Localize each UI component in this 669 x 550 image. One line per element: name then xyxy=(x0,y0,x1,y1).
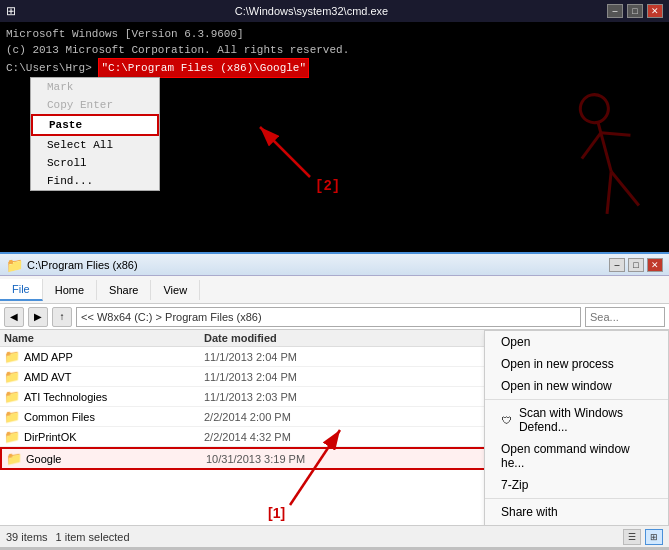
cmd-menu-copy[interactable]: Copy Enter xyxy=(31,96,159,114)
exp-menu-open-new-window[interactable]: Open in new window xyxy=(485,375,668,397)
item-count: 39 items xyxy=(6,531,48,543)
file-explorer: 📁 C:\Program Flies (x86) – □ ✕ File Home… xyxy=(0,252,669,547)
cmd-prompt: C:\Users\Hrg> xyxy=(6,62,92,74)
watermark xyxy=(509,69,668,252)
cmd-line3: C:\Users\Hrg> "C:\Program Files (x86)\Go… xyxy=(6,58,663,78)
close-button[interactable]: ✕ xyxy=(647,4,663,18)
exp-menu-scan[interactable]: 🛡 Scan with Windows Defend... xyxy=(485,402,668,438)
details-view-button[interactable]: ☰ xyxy=(623,529,641,545)
explorer-maximize-button[interactable]: □ xyxy=(628,258,644,272)
folder-icon: 📁 xyxy=(6,257,23,273)
cmd-title-bar: ⊞ C:\Windows\system32\cmd.exe – □ ✕ xyxy=(0,0,669,22)
file-name-common: 📁 Common Files xyxy=(4,409,204,424)
explorer-minimize-button[interactable]: – xyxy=(609,258,625,272)
file-list-container: Name Date modified Type 📁 AMD APP 11/1/2… xyxy=(0,330,669,525)
cmd-title-text: C:\Windows\system32\cmd.exe xyxy=(235,5,388,17)
maximize-button[interactable]: □ xyxy=(627,4,643,18)
status-bar: 39 items 1 item selected ☰ ⊞ xyxy=(0,525,669,547)
svg-line-7 xyxy=(260,127,310,177)
cmd-line2: (c) 2013 Microsoft Corporation. All righ… xyxy=(6,42,663,58)
ribbon: File Home Share View xyxy=(0,276,669,304)
svg-line-3 xyxy=(601,126,631,143)
cmd-menu-mark[interactable]: Mark xyxy=(31,78,159,96)
column-name: Name xyxy=(4,332,204,344)
exp-menu-open-cmd[interactable]: Open command window he... xyxy=(485,438,668,474)
back-button[interactable]: ◀ xyxy=(4,307,24,327)
file-name-amd-avt: 📁 AMD AVT xyxy=(4,369,204,384)
explorer-title-text: C:\Program Flies (x86) xyxy=(27,259,138,271)
up-button[interactable]: ↑ xyxy=(52,307,72,327)
exp-menu-share-with[interactable]: Share with xyxy=(485,501,668,523)
menu-divider xyxy=(485,399,668,400)
forward-button[interactable]: ▶ xyxy=(28,307,48,327)
explorer-close-button[interactable]: ✕ xyxy=(647,258,663,272)
address-path[interactable]: << W8x64 (C:) > Program Files (x86) xyxy=(76,307,581,327)
folder-icon: 📁 xyxy=(6,451,22,466)
cmd-menu-paste[interactable]: Paste xyxy=(31,114,159,136)
tiles-view-button[interactable]: ⊞ xyxy=(645,529,663,545)
cmd-area: Microsoft Windows [Version 6.3.9600] (c)… xyxy=(0,22,669,252)
exp-menu-7zip[interactable]: 7-Zip xyxy=(485,474,668,496)
ribbon-tab-home[interactable]: Home xyxy=(43,280,97,300)
explorer-context-menu: Open Open in new process Open in new win… xyxy=(484,330,669,525)
folder-icon: 📁 xyxy=(4,369,20,384)
cmd-command-highlight: "C:\Program Files (x86)\Google" xyxy=(98,58,309,78)
svg-text:[2]: [2] xyxy=(315,178,340,194)
menu-divider xyxy=(485,498,668,499)
file-name-amd-app: 📁 AMD APP xyxy=(4,349,204,364)
exp-menu-include-library[interactable]: Include in library xyxy=(485,523,668,525)
folder-icon: 📁 xyxy=(4,429,20,444)
exp-menu-open-new-process[interactable]: Open in new process xyxy=(485,353,668,375)
shield-icon: 🛡 xyxy=(501,413,513,427)
explorer-title-controls: – □ ✕ xyxy=(609,258,663,272)
file-name-google: 📁 Google xyxy=(6,451,206,466)
title-bar-controls: – □ ✕ xyxy=(607,4,663,18)
cmd-menu-scroll[interactable]: Scroll xyxy=(31,154,159,172)
svg-line-4 xyxy=(597,171,622,214)
ribbon-tab-file[interactable]: File xyxy=(0,279,43,301)
explorer-title-bar: 📁 C:\Program Flies (x86) – □ ✕ xyxy=(0,254,669,276)
cmd-menu-select-all[interactable]: Select All xyxy=(31,136,159,154)
cmd-title-icon: ⊞ xyxy=(6,4,16,18)
exp-menu-open[interactable]: Open xyxy=(485,331,668,353)
folder-icon: 📁 xyxy=(4,409,20,424)
cmd-context-menu: Mark Copy Enter Paste Select All Scroll … xyxy=(30,77,160,191)
folder-icon: 📁 xyxy=(4,349,20,364)
cmd-line1: Microsoft Windows [Version 6.3.9600] xyxy=(6,26,663,42)
item-selected: 1 item selected xyxy=(56,531,130,543)
minimize-button[interactable]: – xyxy=(607,4,623,18)
search-input[interactable] xyxy=(585,307,665,327)
svg-line-5 xyxy=(611,167,639,210)
ribbon-tab-view[interactable]: View xyxy=(151,280,200,300)
folder-icon: 📁 xyxy=(4,389,20,404)
svg-point-0 xyxy=(577,92,611,126)
svg-line-1 xyxy=(598,122,611,171)
address-bar: ◀ ▶ ↑ << W8x64 (C:) > Program Files (x86… xyxy=(0,304,669,330)
file-name-dirprintok: 📁 DirPrintOK xyxy=(4,429,204,444)
cmd-menu-find[interactable]: Find... xyxy=(31,172,159,190)
file-name-ati: 📁 ATI Technologies xyxy=(4,389,204,404)
ribbon-tab-share[interactable]: Share xyxy=(97,280,151,300)
view-controls: ☰ ⊞ xyxy=(623,529,663,545)
svg-line-2 xyxy=(577,133,606,159)
